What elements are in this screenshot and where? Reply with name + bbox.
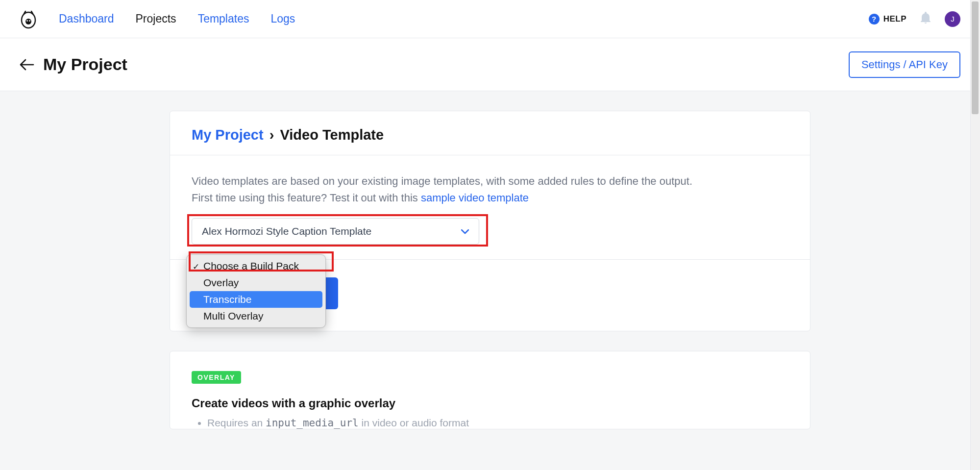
back-arrow-icon[interactable] — [20, 56, 34, 73]
scrollbar-track[interactable] — [970, 0, 980, 470]
breadcrumb-project-link[interactable]: My Project — [192, 127, 264, 143]
template-select[interactable]: Alex Hormozi Style Caption Template — [192, 218, 479, 245]
top-nav-left: Dashboard Projects Templates Logs — [20, 9, 295, 29]
page-header-left: My Project — [20, 55, 127, 74]
breadcrumb-separator: › — [268, 127, 276, 143]
content-column: My Project › Video Template Video templa… — [170, 111, 810, 450]
bullet-prefix: Requires an — [207, 417, 266, 428]
intro-line1: Video templates are based on your existi… — [192, 175, 692, 187]
breadcrumb: My Project › Video Template — [192, 127, 788, 143]
nav-links: Dashboard Projects Templates Logs — [59, 12, 295, 25]
template-select-value: Alex Hormozi Style Caption Template — [202, 225, 371, 237]
content-area: My Project › Video Template Video templa… — [0, 91, 980, 470]
page-title: My Project — [43, 55, 127, 74]
dropdown-item-label: Transcribe — [203, 294, 251, 305]
top-nav: Dashboard Projects Templates Logs ? HELP… — [0, 0, 980, 38]
video-template-card: My Project › Video Template Video templa… — [170, 111, 810, 331]
card-header: My Project › Video Template — [170, 111, 810, 155]
help-icon: ? — [869, 14, 880, 25]
notifications-icon[interactable] — [920, 12, 931, 26]
dropdown-item-choose[interactable]: ✓ Choose a Build Pack — [190, 258, 322, 274]
overlay-badge: OVERLAY — [192, 371, 241, 384]
dropdown-item-label: Multi Overlay — [203, 310, 264, 322]
settings-api-key-button[interactable]: Settings / API Key — [849, 51, 960, 78]
nav-link-projects[interactable]: Projects — [136, 12, 176, 25]
buildpack-dropdown[interactable]: ✓ Choose a Build Pack Overlay Transcribe… — [186, 254, 326, 328]
dropdown-item-label: Choose a Build Pack — [203, 260, 299, 272]
help-button[interactable]: ? HELP — [869, 14, 906, 25]
chevron-down-icon — [461, 226, 469, 237]
scrollbar-thumb[interactable] — [972, 1, 979, 114]
overlay-card-list: Requires an input_media_url in video or … — [192, 417, 788, 429]
logo-icon — [20, 9, 37, 29]
svg-point-1 — [25, 19, 31, 25]
page-header: My Project Settings / API Key — [0, 38, 980, 91]
dropdown-item-overlay[interactable]: Overlay — [190, 274, 322, 291]
svg-point-2 — [26, 20, 28, 22]
check-icon: ✓ — [193, 262, 199, 272]
dropdown-item-multi-overlay[interactable]: Multi Overlay — [190, 308, 322, 324]
bullet-suffix: in video or audio format — [359, 417, 469, 428]
help-label: HELP — [883, 14, 906, 24]
nav-link-logs[interactable]: Logs — [270, 12, 295, 25]
avatar-initial: J — [951, 15, 955, 23]
svg-point-3 — [29, 20, 30, 22]
breadcrumb-current: Video Template — [280, 127, 384, 143]
sample-video-template-link[interactable]: sample video template — [421, 192, 529, 204]
template-select-wrap: Alex Hormozi Style Caption Template ✓ Ch… — [192, 218, 487, 245]
dropdown-item-transcribe[interactable]: Transcribe — [190, 291, 322, 308]
dropdown-item-label: Overlay — [203, 277, 239, 288]
intro-text: Video templates are based on your existi… — [192, 173, 788, 206]
card-body: Video templates are based on your existi… — [170, 155, 810, 260]
overlay-card-bullet: Requires an input_media_url in video or … — [207, 417, 788, 429]
logo[interactable] — [20, 9, 37, 29]
top-nav-right: ? HELP J — [869, 11, 960, 27]
overlay-info-card: OVERLAY Create videos with a graphic ove… — [170, 351, 810, 429]
overlay-card-title: Create videos with a graphic overlay — [192, 396, 788, 410]
avatar[interactable]: J — [945, 11, 960, 27]
nav-link-templates[interactable]: Templates — [198, 12, 249, 25]
bullet-code: input_media_url — [266, 417, 359, 429]
intro-line2-prefix: First time using this feature? Test it o… — [192, 192, 421, 204]
nav-link-dashboard[interactable]: Dashboard — [59, 12, 114, 25]
